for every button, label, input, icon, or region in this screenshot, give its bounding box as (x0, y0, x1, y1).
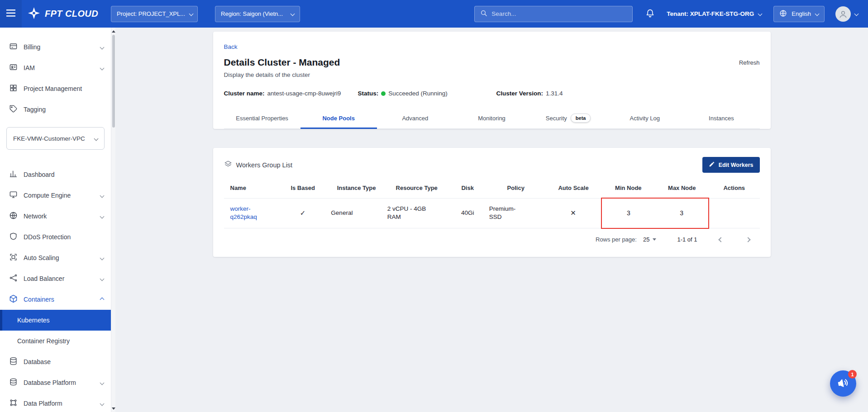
notifications-button[interactable] (645, 9, 655, 19)
page-title: Details Cluster - Managed (224, 57, 340, 68)
sidebar-item-iam[interactable]: IAM (0, 57, 111, 78)
region-selector[interactable]: Region: Saigon (Vietn... (215, 6, 300, 22)
column-header-is-based: Is Based (277, 176, 328, 198)
tab-essential-properties[interactable]: Essential Properties (224, 108, 300, 128)
sidebar-item-load-balancer[interactable]: Load Balancer (0, 268, 111, 289)
tab-activity-log[interactable]: Activity Log (606, 108, 683, 128)
tab-monitoring[interactable]: Monitoring (453, 108, 530, 128)
sidebar-item-compute-engine[interactable]: Compute Engine (0, 185, 111, 206)
cell-min-node: 3 (601, 198, 655, 228)
chevron-down-icon (189, 12, 194, 16)
sidebar-item-data-platform[interactable]: Data Platform (0, 393, 111, 412)
triangle-up-icon (112, 30, 115, 33)
pagination-range: 1-1 of 1 (677, 236, 697, 243)
workers-group-title: Workers Group List (236, 161, 293, 169)
search-input[interactable] (491, 10, 627, 17)
sidebar-item-billing[interactable]: Billing (0, 37, 111, 57)
triangle-down-icon (112, 407, 115, 410)
chevron-down-icon (100, 45, 105, 49)
cell-auto-scale: ✕ (545, 198, 601, 228)
chevron-down-icon (100, 214, 105, 218)
tab-label: Activity Log (630, 115, 660, 122)
tab-instances[interactable]: Instances (683, 108, 759, 128)
workers-table: Name Is Based Instance Type Resource Typ… (224, 176, 760, 229)
table-header-row: Name Is Based Instance Type Resource Typ… (224, 176, 760, 198)
sidebar-item-database-platform[interactable]: Database Platform (0, 372, 111, 393)
sidebar-item-auto-scaling[interactable]: Auto Scaling (0, 247, 111, 268)
sidebar-item-label: Billing (24, 43, 40, 51)
sidebar-item-label: Data Platform (24, 400, 62, 407)
sidebar-item-label: Containers (24, 296, 54, 303)
next-page-button[interactable] (744, 236, 752, 243)
chevron-down-icon (291, 12, 295, 16)
sidebar-item-tagging[interactable]: Tagging (0, 99, 111, 120)
sidebar-item-label: Kubernetes (17, 317, 50, 324)
status-label: Status: (358, 90, 379, 97)
sidebar-item-ddos-protection[interactable]: DDoS Protection (0, 227, 111, 247)
rows-per-page-label: Rows per page: (596, 236, 637, 243)
chevron-down-icon (100, 276, 105, 281)
iam-icon (9, 63, 18, 73)
chevron-down-icon (758, 12, 763, 16)
column-header-auto-scale: Auto Scale (545, 176, 601, 198)
scroll-down-arrow[interactable] (111, 406, 116, 411)
vpc-select-value: FKE-VMW-Customer-VPC (13, 135, 85, 142)
data-platform-icon (9, 398, 18, 408)
sidebar-item-database[interactable]: Database (0, 351, 111, 372)
scrollbar-thumb[interactable] (112, 35, 115, 128)
previous-page-button[interactable] (717, 236, 725, 243)
tab-advanced[interactable]: Advanced (377, 108, 453, 128)
cell-name: worker-q262pkaq (224, 198, 277, 228)
project-selector[interactable]: Project: PROJECT_XPL... (111, 6, 198, 22)
cell-max-node: 3 (655, 198, 709, 228)
rows-per-page-select[interactable]: 25 (643, 236, 656, 243)
policy-value: Premium-SSD (489, 205, 522, 222)
column-header-resource-type: Resource Type (385, 176, 449, 198)
layers-icon (224, 160, 232, 170)
column-header-name: Name (224, 176, 277, 198)
project-selector-label: Project: PROJECT_XPL... (117, 10, 185, 17)
sidebar-item-label: IAM (24, 64, 35, 71)
project-management-icon (9, 84, 18, 94)
sidebar-item-label: Compute Engine (24, 192, 71, 199)
tab-security[interactable]: Security beta (530, 108, 606, 128)
sidebar-item-dashboard[interactable]: Dashboard (0, 164, 111, 185)
worker-name-link[interactable]: worker-q262pkaq (230, 205, 267, 222)
billing-icon (9, 42, 18, 52)
workers-group-card: Workers Group List Edit Workers Name Is … (213, 148, 771, 257)
tab-node-pools[interactable]: Node Pools (300, 108, 377, 128)
tenant-label: Tenant: XPLAT-FKE-STG-ORG (667, 10, 754, 17)
announcements-fab[interactable]: 1 (830, 370, 856, 397)
globe-icon (779, 9, 787, 19)
sidebar-item-network[interactable]: Network (0, 206, 111, 227)
tag-icon (9, 104, 18, 114)
sidebar-item-containers[interactable]: Containers (0, 289, 111, 310)
column-header-actions: Actions (709, 176, 760, 198)
page-subtitle: Display the details of the cluster (224, 71, 760, 78)
beta-badge: beta (571, 114, 591, 123)
back-link[interactable]: Back (224, 43, 238, 50)
refresh-button[interactable]: Refresh (739, 59, 760, 66)
chevron-down-icon (100, 66, 105, 70)
sidebar-item-container-registry[interactable]: Container Registry (0, 331, 111, 351)
sidebar-item-kubernetes[interactable]: Kubernetes (0, 310, 111, 331)
vpc-select[interactable]: FKE-VMW-Customer-VPC (6, 127, 105, 150)
main-content: Back Details Cluster - Managed Refresh D… (115, 28, 868, 412)
cell-actions (709, 198, 760, 228)
hamburger-icon (6, 9, 15, 18)
language-selector[interactable]: English (773, 6, 825, 22)
language-label: English (792, 10, 811, 17)
account-menu[interactable] (835, 6, 858, 22)
edit-workers-button[interactable]: Edit Workers (702, 157, 760, 173)
rows-per-page-value: 25 (643, 236, 649, 243)
chevron-down-icon (100, 380, 105, 385)
tenant-selector[interactable]: Tenant: XPLAT-FKE-STG-ORG (667, 10, 762, 17)
hamburger-menu-button[interactable] (0, 0, 22, 28)
compute-engine-icon (9, 190, 18, 200)
table-pagination: Rows per page: 25 1-1 of 1 (224, 229, 760, 251)
cell-policy: Premium-SSD (486, 198, 545, 228)
cluster-details-card: Back Details Cluster - Managed Refresh D… (213, 32, 771, 129)
sidebar-item-project-management[interactable]: Project Management (0, 78, 111, 99)
scroll-up-arrow[interactable] (111, 28, 116, 34)
global-search (474, 6, 633, 22)
